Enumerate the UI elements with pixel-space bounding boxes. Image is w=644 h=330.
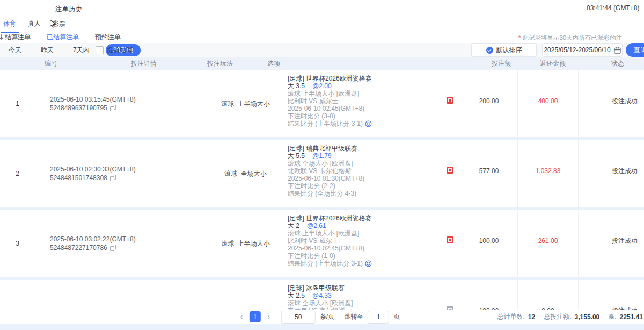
match-teams: 比利时 VS 威尔士 <box>288 237 339 245</box>
bet-time: 2025-06-10 02:30:33(GMT+8) <box>50 165 208 174</box>
row-number: 2 <box>0 140 35 207</box>
match-teams: 北欧联 VS 卡尔伯格斯 <box>288 167 352 175</box>
order-id: 5248481501748308 <box>50 174 107 182</box>
jump-label: 跳转至 <box>344 312 363 321</box>
bet-play-type: 滚球 全场大小 <box>208 140 283 207</box>
search-button[interactable]: 查询 <box>626 43 644 57</box>
pick-selection: 大 2.5 <box>288 292 305 299</box>
score-at-bet: 下注时比分 (3-0) <box>288 112 460 120</box>
bet-detail-cell: 2025-06-10 03:02:22(GMT+8) 5248487227170… <box>35 210 208 277</box>
total-win-label: 赢: <box>608 312 616 321</box>
copy-icon[interactable] <box>110 175 116 181</box>
calendar-icon <box>614 47 621 54</box>
copy-icon[interactable] <box>110 105 116 111</box>
league-name: [足球] 瑞典北部甲级联赛 <box>288 145 460 152</box>
pagination-bar: ‹ 1 › 条/页 跳转至 页 总计单数: 12 总投注额: 3,155.00 … <box>0 310 644 324</box>
score-at-bet: 下注时比分 (1-0) <box>288 252 460 260</box>
total-win-value: 2251.41 <box>620 313 643 321</box>
match-time: 2025-06-10 02:45(GMT+8) <box>288 245 460 252</box>
total-stake-label: 总投注额: <box>544 312 571 321</box>
default-sort-button[interactable]: 默认排序 <box>471 43 537 57</box>
col-header-no: 编号 <box>45 57 57 70</box>
col-header-detail: 投注详情 <box>131 57 157 70</box>
jump-page-input[interactable] <box>368 311 389 324</box>
table-row: 3 2025-06-10 03:02:22(GMT+8) 52484872271… <box>0 210 644 277</box>
filter-yesterday[interactable]: 昨天 <box>38 44 57 56</box>
odds-value: @2.00 <box>312 82 332 90</box>
page-size-input[interactable] <box>281 311 316 324</box>
next-page-icon[interactable]: › <box>265 311 273 322</box>
pick-selection: 大 2 <box>288 222 299 229</box>
col-header-play: 投注玩法 <box>207 57 233 70</box>
bet-time: 2025-06-10 03:15:45(GMT+8) <box>50 95 208 104</box>
result-score: 结果比分 (上半场比分 3-1) <box>288 120 363 127</box>
server-clock: 03:41:44 (GMT+8) <box>587 4 639 12</box>
option-cell: [足球] 世界杯2026欧洲资格赛 大 3.5@2.00 滚球 上半场大小 [欧… <box>283 70 460 137</box>
payout-amount: 400.00 <box>518 70 579 137</box>
total-count-value: 12 <box>528 313 535 321</box>
date-range-picker[interactable]: 2025/05/12-2025/06/10 <box>542 43 623 57</box>
bet-status: 投注成功 <box>579 140 644 207</box>
result-score: 结果比分 (全场比分 4-3) <box>288 190 356 197</box>
early-settle-checkbox[interactable] <box>96 46 104 54</box>
notice-text: 此记录将显示30天内所有已派彩的注 <box>522 34 621 41</box>
bottom-strip <box>0 324 644 330</box>
filter-today[interactable]: 今天 <box>5 44 25 56</box>
bet-history-page: 注单历史 03:41:44 (GMT+8) 体育 真人 彩票 未结算注单 已结算… <box>0 0 644 330</box>
current-page-button[interactable]: 1 <box>250 311 261 322</box>
copy-icon[interactable] <box>110 245 116 251</box>
per-page-label: 条/页 <box>320 312 334 321</box>
bet-play-type: 滚球 上半场大小 <box>208 210 283 277</box>
prev-page-icon[interactable]: ‹ <box>238 311 245 322</box>
bet-play-type: 滚球 上半场大小 <box>208 70 283 137</box>
bet-detail-cell: 2025-06-10 03:15:45(GMT+8) 5248489637190… <box>35 70 208 137</box>
table-body: 1 2025-06-10 03:15:45(GMT+8) 52484896371… <box>0 70 644 330</box>
league-name: [足球] 冰岛甲级联赛 <box>288 284 460 292</box>
market-type: 滚球 全场大小 [欧洲盘] <box>288 299 460 307</box>
odds-value: @1.79 <box>312 152 332 160</box>
early-settle-toggle[interactable]: 提前结算 <box>96 43 133 57</box>
filter-7days[interactable]: 7天内 <box>70 44 93 56</box>
result-replay-icon[interactable] <box>365 260 372 267</box>
bet-status: 投注成功 <box>579 210 644 277</box>
col-header-payout: 返还金额 <box>540 57 566 70</box>
market-type: 滚球 上半场大小 [欧洲盘] <box>288 90 460 97</box>
check-circle-icon <box>486 47 493 54</box>
pager: ‹ 1 › 条/页 跳转至 页 <box>238 310 400 324</box>
stake-amount: 100.00 <box>460 210 518 277</box>
default-sort-label: 默认排序 <box>496 46 522 55</box>
pick-selection: 大 5.5 <box>288 152 305 160</box>
date-range-value: 2025/05/12-2025/06/10 <box>544 46 610 54</box>
result-badge-icon <box>447 236 453 243</box>
market-type: 滚球 上半场大小 [欧洲盘] <box>288 229 460 237</box>
total-stake-value: 3,155.00 <box>575 313 600 321</box>
row-number: 1 <box>0 70 35 137</box>
order-id: 5248487227170786 <box>50 243 107 252</box>
market-type: 滚球 全场大小 [欧洲盘] <box>288 160 460 167</box>
score-at-bet: 下注时比分 (2-2) <box>288 182 460 190</box>
result-replay-icon[interactable] <box>365 120 372 127</box>
col-header-status: 状态 <box>611 57 624 70</box>
payout-amount: 1,032.83 <box>518 140 579 207</box>
bet-detail-cell: 2025-06-10 02:30:33(GMT+8) 5248481501748… <box>35 140 208 207</box>
row-number: 3 <box>0 210 35 277</box>
match-time: 2025-06-10 02:45(GMT+8) <box>288 105 460 112</box>
bet-time: 2025-06-10 03:02:22(GMT+8) <box>50 235 208 243</box>
league-name: [足球] 世界杯2026欧洲资格赛 <box>288 214 460 222</box>
col-header-stake: 投注额 <box>492 57 511 70</box>
mouse-cursor-icon <box>49 19 56 28</box>
order-id: 5248489637190795 <box>50 104 107 112</box>
bet-status: 投注成功 <box>579 70 644 137</box>
col-header-option: 选项 <box>267 57 280 70</box>
notice-asterisk: * <box>518 34 521 41</box>
option-cell: [足球] 瑞典北部甲级联赛 大 5.5@1.79 滚球 全场大小 [欧洲盘] 北… <box>283 140 460 207</box>
table-header: 编号 投注详情 投注玩法 选项 投注额 返还金额 状态 <box>0 57 644 70</box>
early-settle-label: 提前结算 <box>107 46 133 55</box>
table-row: 1 2025-06-10 03:15:45(GMT+8) 52484896371… <box>0 70 644 137</box>
summary-totals: 总计单数: 12 总投注额: 3,155.00 赢: 2251.41 <box>497 310 643 324</box>
result-score: 结果比分 (上半场比分 3-1) <box>288 260 363 267</box>
odds-value: @2.61 <box>307 222 326 229</box>
odds-value: @4.33 <box>312 292 332 299</box>
filter-bar: 今天 昨天 7天内 30天内 提前结算 默认排序 2025/05/12-2025… <box>0 43 644 57</box>
result-badge-icon <box>447 97 453 104</box>
